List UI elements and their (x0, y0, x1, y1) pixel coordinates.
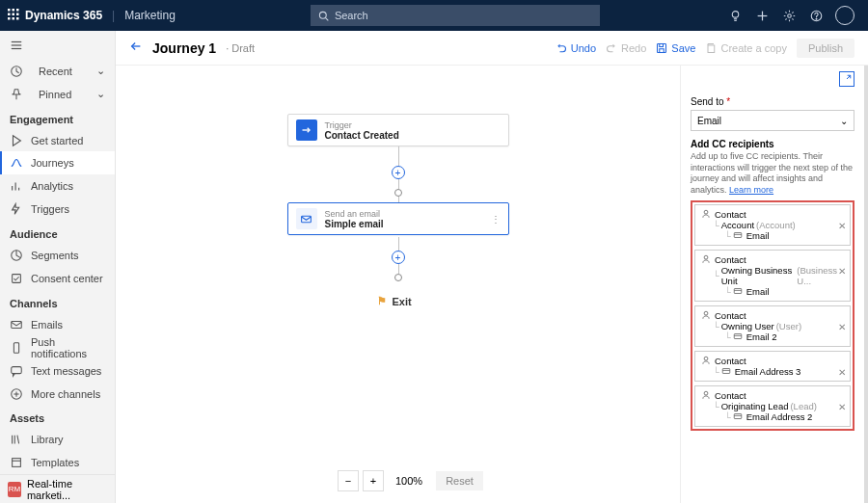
save-button[interactable]: Save (656, 42, 695, 54)
library-icon (10, 433, 23, 446)
svg-rect-62 (734, 414, 742, 419)
cc-help-text: Add up to five CC recipients. Their inte… (691, 151, 854, 197)
triggers-icon (10, 202, 23, 216)
svg-rect-2 (16, 9, 19, 12)
search-input[interactable]: Search (311, 5, 600, 26)
sidebar-item-get-started[interactable]: Get started (0, 129, 115, 152)
sidebar-item-templates[interactable]: Templates (0, 451, 115, 474)
area-switcher-label: Real-time marketi... (27, 478, 107, 501)
svg-rect-31 (14, 342, 18, 353)
zoom-out-button[interactable]: − (338, 470, 359, 491)
segments-icon (10, 249, 23, 262)
remove-cc-button[interactable]: ✕ (838, 221, 846, 231)
sidebar-item-more-channels[interactable]: More channels (0, 383, 115, 406)
remove-cc-button[interactable]: ✕ (838, 367, 846, 378)
command-bar: Journey 1 · Draft Undo Redo Save Create … (116, 31, 868, 66)
sidebar-item-emails[interactable]: Emails (0, 313, 115, 336)
svg-point-61 (704, 392, 708, 396)
area-label[interactable]: Marketing (124, 9, 176, 22)
lightbulb-icon[interactable] (721, 0, 748, 31)
add-step-button-2[interactable]: + (392, 251, 405, 264)
sidebar-item-consent[interactable]: Consent center (0, 267, 115, 290)
svg-rect-56 (734, 334, 742, 339)
send-to-label: Send to * (691, 96, 854, 107)
copy-icon (705, 42, 717, 54)
svg-rect-3 (8, 13, 11, 15)
sidebar-item-pinned[interactable]: Pinned ⌄ (0, 83, 115, 106)
sidebar-item-segments[interactable]: Segments (0, 244, 115, 267)
exit-node[interactable]: ⚑Exit (377, 295, 412, 307)
zoom-reset-button[interactable]: Reset (436, 471, 483, 490)
remove-cc-button[interactable]: ✕ (838, 322, 846, 332)
svg-rect-4 (13, 13, 15, 15)
svg-rect-59 (722, 369, 730, 374)
journey-canvas[interactable]: TriggerContact Created + Send an emailSi… (116, 66, 680, 503)
learn-more-link[interactable]: Learn more (729, 185, 773, 195)
svg-line-38 (17, 436, 19, 444)
sidebar-item-text[interactable]: Text messages (0, 359, 115, 383)
add-step-button[interactable]: + (392, 166, 405, 179)
svg-rect-8 (16, 17, 19, 20)
remove-cc-button[interactable]: ✕ (838, 266, 846, 277)
trigger-arrow-icon (296, 119, 317, 141)
cc-recipient-item[interactable]: Contact└Originating Lead(Lead)└Email Add… (694, 385, 851, 427)
svg-rect-7 (13, 17, 15, 20)
search-icon (318, 11, 329, 21)
svg-rect-0 (8, 9, 11, 12)
hamburger-button[interactable] (0, 31, 115, 60)
redo-icon (606, 42, 617, 54)
sidebar-item-library[interactable]: Library (0, 428, 115, 451)
cc-recipient-item[interactable]: Contact└Owning Business Unit(Business U.… (694, 250, 851, 302)
sidebar-item-journeys[interactable]: Journeys (0, 151, 115, 174)
send-to-select[interactable]: Email ⌄ (691, 110, 854, 131)
svg-rect-30 (12, 321, 22, 328)
properties-panel: Send to * Email ⌄ Add CC recipients Add … (680, 66, 868, 503)
cc-recipients-box: Contact└Account(Account)└Email✕Contact└O… (691, 200, 854, 431)
brand-label[interactable]: Dynamics 365 (25, 9, 102, 22)
more-icon (10, 387, 23, 401)
email-card[interactable]: Send an emailSimple email ⋮ (287, 202, 509, 235)
cc-recipient-item[interactable]: Contact└Owning User(User)└Email 2✕ (694, 305, 851, 347)
page-title: Journey 1 (152, 40, 216, 56)
cc-recipient-item[interactable]: Contact└Account(Account)└Email✕ (694, 204, 851, 246)
svg-rect-29 (13, 275, 21, 283)
copy-button: Create a copy (705, 42, 786, 54)
svg-point-18 (816, 18, 817, 19)
waffle-icon[interactable] (8, 9, 19, 23)
avatar[interactable] (835, 6, 854, 25)
svg-point-9 (319, 12, 326, 18)
svg-point-49 (704, 211, 708, 215)
sidebar-item-recent[interactable]: Recent ⌄ (0, 60, 115, 83)
email-icon (10, 318, 23, 331)
help-icon[interactable] (802, 0, 829, 31)
card-more-icon[interactable]: ⋮ (491, 214, 501, 225)
svg-rect-47 (302, 216, 312, 223)
area-badge: RM (8, 482, 21, 497)
area-switcher[interactable]: RM Real-time marketi... (0, 474, 115, 503)
zoom-in-button[interactable]: + (363, 470, 384, 491)
journeys-icon (10, 156, 23, 170)
svg-rect-5 (16, 13, 19, 15)
arrow-left-icon (129, 40, 143, 53)
svg-rect-32 (12, 366, 22, 373)
cc-recipient-item[interactable]: Contact└Email Address 3✕ (694, 351, 851, 382)
svg-rect-43 (660, 48, 665, 52)
svg-rect-50 (734, 233, 742, 238)
undo-button[interactable]: Undo (556, 42, 596, 54)
sidebar-item-triggers[interactable]: Triggers (0, 198, 115, 221)
expand-panel-button[interactable] (839, 71, 854, 87)
svg-rect-45 (708, 45, 715, 53)
gear-icon[interactable] (775, 0, 802, 31)
connector-node-2 (394, 274, 402, 281)
connector-node (394, 189, 402, 197)
svg-line-48 (847, 75, 851, 79)
trigger-card[interactable]: TriggerContact Created (287, 114, 509, 146)
pin-icon (10, 88, 23, 101)
back-button[interactable] (129, 40, 143, 56)
sidebar-head-assets: Assets (0, 405, 115, 428)
sidebar-item-push[interactable]: Push notifications (0, 336, 115, 359)
top-nav: Dynamics 365 | Marketing Search (0, 0, 868, 31)
remove-cc-button[interactable]: ✕ (838, 402, 846, 412)
plus-icon[interactable] (748, 0, 775, 31)
sidebar-item-analytics[interactable]: Analytics (0, 174, 115, 198)
